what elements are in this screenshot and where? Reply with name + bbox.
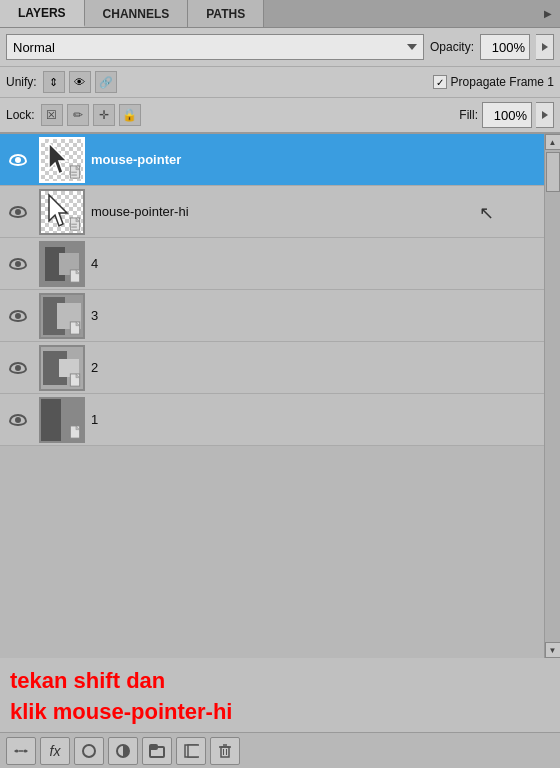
tab-channels[interactable]: CHANNELS [85,0,189,27]
opacity-input[interactable]: 100% [480,34,530,60]
add-mask-button[interactable] [74,737,104,765]
doc-badge-icon [68,269,82,284]
annotation-line1: tekan shift dan [10,666,550,697]
fx-label: fx [50,743,61,759]
svg-rect-11 [71,226,77,227]
opacity-label: Opacity: [430,40,474,54]
layer-thumbnail [39,293,85,339]
doc-badge-icon [68,425,82,440]
layer-item[interactable]: 4 [0,238,544,290]
svg-rect-38 [188,745,199,757]
unify-position-icon[interactable]: ⇕ [43,71,65,93]
layer-thumbnail [39,241,85,287]
svg-marker-7 [49,195,67,226]
svg-rect-4 [71,171,77,172]
fx-button[interactable]: fx [40,737,70,765]
layer-thumbnail [39,397,85,443]
lock-icons: ☒ ✏ ✛ 🔒 [41,104,141,126]
eye-icon [9,414,27,426]
new-group-button[interactable] [142,737,172,765]
tab-paths[interactable]: PATHS [188,0,264,27]
folder-icon [149,743,165,759]
lock-label: Lock: [6,108,35,122]
lock-all-icon[interactable]: 🔒 [119,104,141,126]
tab-bar: LAYERS CHANNELS PATHS ▶ [0,0,560,28]
blend-mode-select[interactable]: Normal [6,34,424,60]
layer-name: 3 [85,308,544,323]
layer-thumbnail [39,345,85,391]
opacity-arrow-icon [542,43,548,51]
eye-icon [9,310,27,322]
link-layers-button[interactable] [6,737,36,765]
layer-item[interactable]: 1 [0,394,544,446]
scrollbar[interactable]: ▲ ▼ [544,134,560,658]
scroll-up-button[interactable]: ▲ [545,134,561,150]
svg-point-33 [83,745,95,757]
unify-style-icon[interactable]: 🔗 [95,71,117,93]
layer-visibility-toggle[interactable] [0,134,36,186]
layer-visibility-toggle[interactable] [0,238,36,290]
new-layer-icon [183,743,199,759]
blend-mode-arrow [407,44,417,50]
adjustment-layer-button[interactable] [108,737,138,765]
svg-rect-39 [221,747,229,757]
eye-icon [9,206,27,218]
eye-icon [9,154,27,166]
doc-badge-icon [68,165,82,180]
layer-thumbnail [39,189,85,235]
propagate-label: Propagate Frame 1 [451,75,554,89]
fill-arrow-icon [542,111,548,119]
layer-name: mouse-pointer-hi [85,204,544,219]
scroll-thumb[interactable] [546,152,560,192]
lock-row: Lock: ☒ ✏ ✛ 🔒 Fill: 100% [0,98,560,134]
fill-stepper[interactable] [536,102,554,128]
layer-name: 2 [85,360,544,375]
layers-list: mouse-pointer [0,134,544,658]
lock-move-icon[interactable]: ✛ [93,104,115,126]
new-layer-button[interactable] [176,737,206,765]
layer-visibility-toggle[interactable] [0,342,36,394]
layer-item[interactable]: 3 [0,290,544,342]
scroll-down-button[interactable]: ▼ [545,642,561,658]
layer-item[interactable]: mouse-pointer [0,134,544,186]
doc-badge-icon [68,373,82,388]
layers-area: mouse-pointer [0,134,560,658]
svg-rect-25 [70,373,79,385]
fill-area: Fill: 100% [459,102,554,128]
delete-layer-button[interactable] [210,737,240,765]
layers-panel: LAYERS CHANNELS PATHS ▶ Normal Opacity: … [0,0,560,768]
unify-row: Unify: ⇕ 👁 🔗 ✓ Propagate Frame 1 [0,67,560,98]
layer-item[interactable]: 2 [0,342,544,394]
trash-icon [217,743,233,759]
layer-name: 4 [85,256,544,271]
tab-layers[interactable]: LAYERS [0,0,85,27]
svg-rect-5 [71,174,77,175]
svg-rect-30 [70,425,79,437]
panel-collapse-button[interactable]: ▶ [536,0,560,27]
layer-item[interactable]: mouse-pointer-hi ↖ [0,186,544,238]
opacity-stepper[interactable] [536,34,554,60]
propagate-area: ✓ Propagate Frame 1 [433,75,554,89]
fill-input[interactable]: 100% [482,102,532,128]
layer-visibility-toggle[interactable] [0,394,36,446]
lock-paint-icon[interactable]: ✏ [67,104,89,126]
layer-visibility-toggle[interactable] [0,186,36,238]
fill-label: Fill: [459,108,478,122]
unify-visibility-icon[interactable]: 👁 [69,71,91,93]
layer-visibility-toggle[interactable] [0,290,36,342]
cursor-icon: ↖ [479,202,494,224]
svg-rect-10 [71,223,77,224]
propagate-checkbox[interactable]: ✓ [433,75,447,89]
layer-name: mouse-pointer [85,152,544,167]
layer-thumbnail [39,137,85,183]
layer-name: 1 [85,412,544,427]
svg-marker-1 [49,143,67,174]
unify-label: Unify: [6,75,37,89]
doc-badge-icon [68,217,82,232]
lock-pixels-icon[interactable]: ☒ [41,104,63,126]
annotation-text: tekan shift dan klik mouse-pointer-hi [0,658,560,732]
svg-rect-20 [70,321,79,333]
unify-icons: ⇕ 👁 🔗 [43,71,117,93]
half-circle-icon [115,743,131,759]
doc-badge-icon [68,321,82,336]
